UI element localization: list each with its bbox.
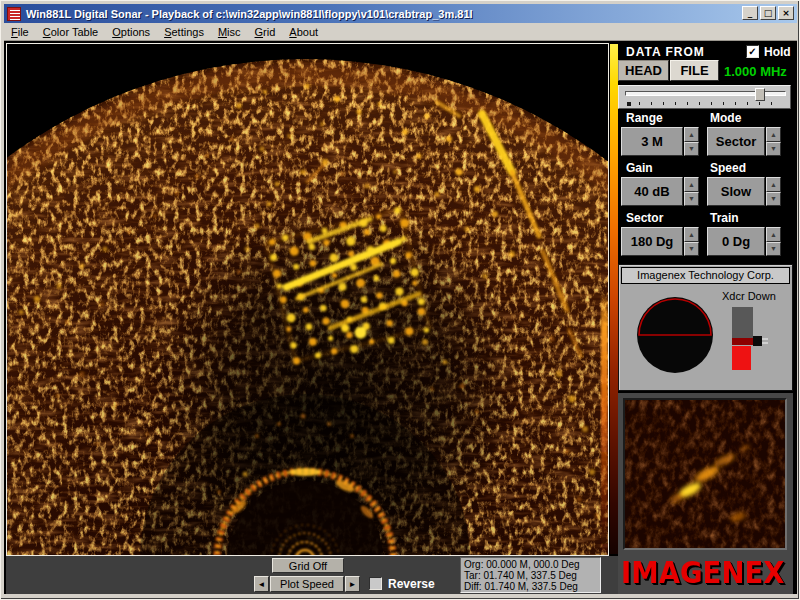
head-source-button[interactable]: HEAD [618, 60, 669, 81]
application-window: Win881L Digital Sonar - Playback of c:\w… [0, 0, 800, 600]
client-area: Grid Off ◄ Plot Speed ► Reverse Org: 00.… [4, 41, 797, 594]
menu-bar: File Color Table Options Settings Misc G… [4, 23, 797, 41]
grid-toggle-button[interactable]: Grid Off [272, 558, 344, 573]
transducer-pivot [753, 336, 762, 346]
down-arrow-icon: ▼ [688, 245, 695, 252]
down-arrow-icon: ▼ [770, 145, 777, 152]
bottom-bar: Grid Off ◄ Plot Speed ► Reverse Org: 00.… [6, 556, 619, 594]
train-label: Train [710, 211, 739, 225]
sonar-head-indicator [635, 295, 715, 375]
gain-label: Gain [626, 161, 653, 175]
left-arrow-icon: ◄ [258, 580, 266, 589]
coordinates-readout: Org: 00.000 M, 000.0 Deg Tar: 01.740 M, … [460, 557, 601, 593]
up-arrow-icon: ▲ [770, 131, 777, 138]
reverse-label: Reverse [388, 577, 435, 591]
range-label: Range [626, 111, 663, 125]
data-from-label: DATA FROM [626, 45, 705, 59]
frequency-slider[interactable] [618, 85, 791, 109]
sector-value: 180 Dg [621, 227, 683, 256]
sonar-display[interactable] [6, 43, 609, 556]
menu-grid[interactable]: Grid [248, 24, 283, 40]
mode-label: Mode [710, 111, 741, 125]
slider-thumb[interactable] [755, 88, 765, 101]
up-arrow-icon: ▲ [688, 231, 695, 238]
window-controls: _ □ × [742, 6, 794, 20]
window-title: Win881L Digital Sonar - Playback of c:\w… [26, 8, 473, 20]
check-icon: ✓ [748, 46, 756, 57]
range-decrease-button[interactable]: ▼ [684, 142, 699, 157]
minimize-icon: _ [748, 8, 753, 18]
close-icon: × [782, 8, 790, 18]
xdcr-down-label: Xdcr Down [722, 290, 776, 302]
menu-about[interactable]: About [282, 24, 325, 40]
sector-label: Sector [626, 211, 663, 225]
transducer-band [732, 338, 753, 345]
plot-speed-increase-button[interactable]: ► [345, 576, 360, 592]
transducer-body [732, 307, 753, 338]
up-arrow-icon: ▲ [770, 181, 777, 188]
frequency-readout: 1.000 MHz [724, 64, 787, 79]
menu-color-table[interactable]: Color Table [36, 24, 105, 40]
sector-decrease-button[interactable]: ▼ [684, 242, 699, 257]
mode-increase-button[interactable]: ▲ [766, 127, 781, 142]
zoom-preview-image[interactable] [623, 398, 787, 550]
transducer-beam [732, 346, 751, 370]
gain-decrease-button[interactable]: ▼ [684, 192, 699, 207]
train-decrease-button[interactable]: ▼ [766, 242, 781, 257]
hold-checkbox[interactable]: ✓ [746, 45, 759, 58]
gain-value: 40 dB [621, 177, 683, 206]
plot-speed-button[interactable]: Plot Speed [270, 576, 344, 592]
range-increase-button[interactable]: ▲ [684, 127, 699, 142]
maximize-button[interactable]: □ [760, 6, 776, 20]
up-arrow-icon: ▲ [688, 181, 695, 188]
title-bar[interactable]: Win881L Digital Sonar - Playback of c:\w… [4, 4, 797, 23]
speed-label: Speed [710, 161, 746, 175]
train-increase-button[interactable]: ▲ [766, 227, 781, 242]
maximize-icon: □ [764, 8, 773, 18]
speed-decrease-button[interactable]: ▼ [766, 192, 781, 207]
close-button[interactable]: × [778, 6, 794, 20]
down-arrow-icon: ▼ [770, 195, 777, 202]
slider-ticks [619, 102, 792, 108]
range-value: 3 M [621, 127, 683, 156]
down-arrow-icon: ▼ [688, 145, 695, 152]
sector-increase-button[interactable]: ▲ [684, 227, 699, 242]
menu-file[interactable]: File [4, 24, 36, 40]
down-arrow-icon: ▼ [770, 245, 777, 252]
control-panel: DATA FROM ✓ Hold HEAD FILE 1.000 MHz Ran… [618, 43, 797, 594]
reverse-checkbox[interactable] [369, 577, 382, 590]
up-arrow-icon: ▲ [770, 231, 777, 238]
zoom-preview-panel: IMAGENEX [618, 393, 793, 594]
menu-options[interactable]: Options [105, 24, 157, 40]
hold-label: Hold [764, 45, 791, 59]
mode-value: Sector [707, 127, 765, 156]
imagenex-logo: IMAGENEX [621, 555, 794, 589]
right-arrow-icon: ► [349, 580, 357, 589]
mode-decrease-button[interactable]: ▼ [766, 142, 781, 157]
difference-readout: Diff: 01.740 M, 337.5 Deg [464, 581, 597, 592]
plot-speed-decrease-button[interactable]: ◄ [254, 576, 269, 592]
file-source-button[interactable]: FILE [670, 60, 719, 81]
down-arrow-icon: ▼ [688, 195, 695, 202]
transducer-pivot-marks [762, 338, 768, 340]
minimize-button[interactable]: _ [742, 6, 758, 20]
company-title: Imagenex Technology Corp. [621, 267, 790, 284]
transducer-status-panel: Imagenex Technology Corp. Xdcr Down [618, 264, 793, 391]
train-value: 0 Dg [707, 227, 765, 256]
gain-increase-button[interactable]: ▲ [684, 177, 699, 192]
speed-increase-button[interactable]: ▲ [766, 177, 781, 192]
menu-settings[interactable]: Settings [157, 24, 211, 40]
speed-value: Slow [707, 177, 765, 206]
menu-misc[interactable]: Misc [211, 24, 248, 40]
target-readout: Tar: 01.740 M, 337.5 Deg [464, 570, 597, 581]
origin-readout: Org: 00.000 M, 000.0 Deg [464, 559, 597, 570]
up-arrow-icon: ▲ [688, 131, 695, 138]
app-icon [7, 7, 21, 21]
